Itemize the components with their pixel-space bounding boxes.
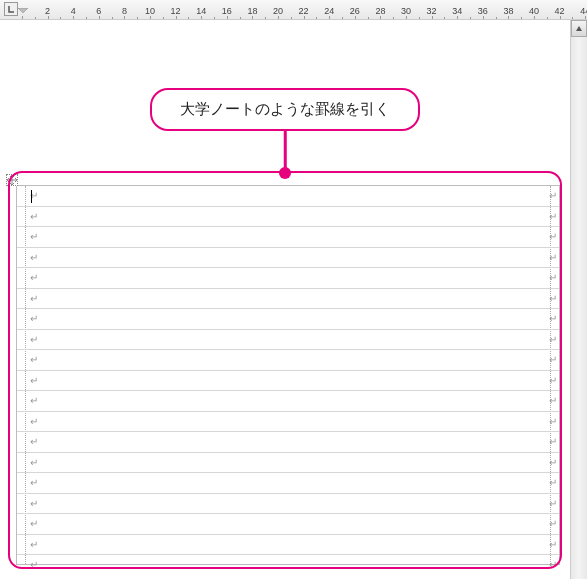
paragraph-mark-icon: ↵	[30, 375, 38, 386]
table-row[interactable]: ↵↵	[17, 453, 559, 474]
document-page: 大学ノートのような罫線を引く ↵↵↵↵↵↵↵↵↵↵↵↵↵↵↵↵↵↵↵↵↵↵↵↵↵…	[0, 20, 570, 579]
table-row[interactable]: ↵↵	[17, 371, 559, 392]
ruler-number: 16	[222, 6, 232, 16]
paragraph-mark-icon: ↵	[549, 375, 557, 386]
paragraph-mark-icon: ↵	[30, 293, 38, 304]
paragraph-mark-icon: ↵	[30, 211, 38, 222]
ruler-number: 36	[478, 6, 488, 16]
ruler-number: 10	[145, 6, 155, 16]
ruler-number: 2	[45, 6, 50, 16]
ruler-number: 42	[555, 6, 565, 16]
table-row[interactable]: ↵↵	[17, 268, 559, 289]
paragraph-mark-icon: ↵	[549, 334, 557, 345]
ruler-number: 38	[503, 6, 513, 16]
table-row[interactable]: ↵↵	[17, 207, 559, 228]
paragraph-mark-icon: ↵	[30, 539, 38, 550]
ruler-number: 6	[96, 6, 101, 16]
vertical-scrollbar[interactable]	[570, 20, 587, 579]
paragraph-mark-icon: ↵	[30, 436, 38, 447]
ruler-number: 40	[529, 6, 539, 16]
ruler-number: 18	[247, 6, 257, 16]
paragraph-mark-icon: ↵	[30, 416, 38, 427]
table-row[interactable]: ↵↵	[17, 473, 559, 494]
table-row[interactable]: ↵↵	[17, 412, 559, 433]
paragraph-mark-icon: ↵	[549, 518, 557, 529]
ruler-number: 28	[375, 6, 385, 16]
ruler-number: 32	[427, 6, 437, 16]
paragraph-mark-icon: ↵	[549, 416, 557, 427]
scroll-up-button[interactable]	[571, 20, 587, 37]
paragraph-mark-icon: ↵	[549, 539, 557, 550]
ruler-number: 30	[401, 6, 411, 16]
paragraph-mark-icon: ↵	[30, 272, 38, 283]
paragraph-mark-icon: ↵	[30, 354, 38, 365]
ruler-number: 4	[71, 6, 76, 16]
paragraph-mark-icon: ↵	[30, 313, 38, 324]
table-row[interactable]: ↵↵	[17, 391, 559, 412]
table-row[interactable]: ↵↵	[17, 248, 559, 269]
paragraph-mark-icon: ↵	[549, 498, 557, 509]
callout-dot	[279, 167, 291, 179]
table-row[interactable]: ↵↵	[17, 514, 559, 535]
table-move-handle-icon[interactable]	[6, 174, 18, 186]
paragraph-mark-icon: ↵	[30, 518, 38, 529]
table-row[interactable]: ↵↵	[17, 330, 559, 351]
paragraph-mark-icon: ↵	[549, 211, 557, 222]
paragraph-mark-icon: ↵	[549, 190, 557, 201]
table-row[interactable]: ↵↵	[17, 555, 559, 576]
text-cursor	[31, 190, 32, 203]
ruled-table[interactable]: ↵↵↵↵↵↵↵↵↵↵↵↵↵↵↵↵↵↵↵↵↵↵↵↵↵↵↵↵↵↵↵↵↵↵↵↵↵↵	[16, 185, 560, 565]
paragraph-mark-icon: ↵	[30, 395, 38, 406]
paragraph-mark-icon: ↵	[30, 498, 38, 509]
paragraph-mark-icon: ↵	[549, 559, 557, 570]
table-row[interactable]: ↵↵	[17, 494, 559, 515]
paragraph-mark-icon: ↵	[30, 457, 38, 468]
ruler-number: 14	[196, 6, 206, 16]
paragraph-mark-icon: ↵	[549, 395, 557, 406]
paragraph-mark-icon: ↵	[30, 334, 38, 345]
tab-selector-icon[interactable]	[4, 2, 18, 16]
ruler-number: 22	[299, 6, 309, 16]
table-row[interactable]: ↵↵	[17, 350, 559, 371]
ruler-ticks: 2468101214161820222426283032343638404244	[22, 0, 587, 19]
paragraph-mark-icon: ↵	[549, 252, 557, 263]
paragraph-mark-icon: ↵	[30, 231, 38, 242]
paragraph-mark-icon: ↵	[549, 231, 557, 242]
paragraph-mark-icon: ↵	[30, 252, 38, 263]
paragraph-mark-icon: ↵	[549, 477, 557, 488]
table-row[interactable]: ↵↵	[17, 535, 559, 556]
table-row[interactable]: ↵↵	[17, 186, 559, 207]
annotation-callout: 大学ノートのような罫線を引く	[150, 88, 420, 131]
horizontal-ruler: 2468101214161820222426283032343638404244	[0, 0, 587, 20]
paragraph-mark-icon: ↵	[549, 272, 557, 283]
paragraph-mark-icon: ↵	[549, 436, 557, 447]
paragraph-mark-icon: ↵	[549, 293, 557, 304]
paragraph-mark-icon: ↵	[549, 354, 557, 365]
table-row[interactable]: ↵↵	[17, 432, 559, 453]
paragraph-mark-icon: ↵	[549, 457, 557, 468]
paragraph-mark-icon: ↵	[549, 313, 557, 324]
callout-text: 大学ノートのような罫線を引く	[180, 100, 390, 117]
ruler-number: 12	[171, 6, 181, 16]
table-row[interactable]: ↵↵	[17, 309, 559, 330]
paragraph-mark-icon: ↵	[30, 477, 38, 488]
ruler-number: 34	[452, 6, 462, 16]
table-row[interactable]: ↵↵	[17, 289, 559, 310]
ruler-number: 20	[273, 6, 283, 16]
callout-bubble: 大学ノートのような罫線を引く	[150, 88, 420, 131]
ruler-number: 44	[580, 6, 587, 16]
ruler-number: 26	[350, 6, 360, 16]
ruler-number: 24	[324, 6, 334, 16]
ruler-number: 8	[122, 6, 127, 16]
table-row[interactable]: ↵↵	[17, 227, 559, 248]
paragraph-mark-icon: ↵	[30, 559, 38, 570]
